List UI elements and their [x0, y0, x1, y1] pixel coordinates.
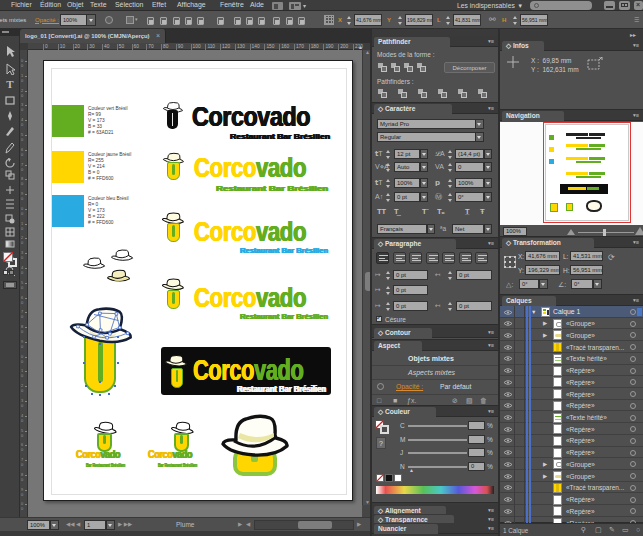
svg-text:T: T: [6, 78, 14, 90]
